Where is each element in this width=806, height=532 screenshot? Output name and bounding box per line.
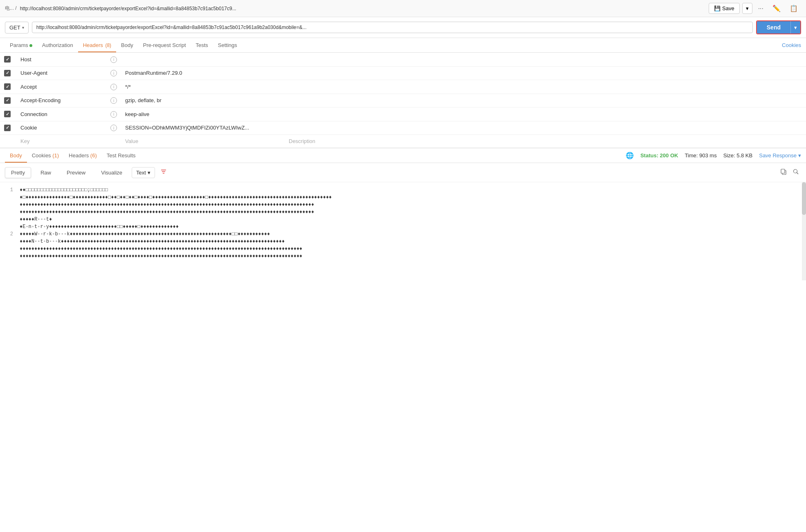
list-item: 2 ♦♦♦♦♦W◦◦r◦k◦b◦◦◦k♦♦♦♦♦♦♦♦♦♦♦♦♦♦♦♦♦♦♦♦♦… bbox=[5, 231, 801, 237]
format-tab-raw[interactable]: Raw bbox=[34, 167, 57, 178]
row-key: Accept bbox=[16, 80, 106, 94]
info-icon[interactable]: i bbox=[110, 111, 117, 118]
row-checkbox[interactable] bbox=[4, 125, 11, 131]
line-content: ♦♦♦♦♦♦♦♦♦♦♦♦♦♦♦♦♦♦♦♦♦♦♦♦♦♦♦♦♦♦♦♦♦♦♦♦♦♦♦♦… bbox=[20, 209, 801, 215]
text-format-dropdown[interactable]: Text ▾ bbox=[132, 167, 155, 178]
send-button-group: Send ▾ bbox=[756, 20, 801, 34]
format-tab-pretty[interactable]: Pretty bbox=[5, 167, 31, 178]
line-number bbox=[5, 194, 13, 200]
line-number: 2 bbox=[5, 231, 13, 237]
row-key: User-Agent bbox=[16, 66, 106, 80]
format-tab-visualize[interactable]: Visualize bbox=[95, 167, 128, 178]
more-button[interactable]: ··· bbox=[755, 3, 767, 14]
row-info-cell: i bbox=[106, 107, 121, 121]
line-content: ♦♦♦♦♦♦♦♦♦♦♦♦♦♦♦♦♦♦♦♦♦♦♦♦♦♦♦♦♦♦♦♦♦♦♦♦♦♦♦♦… bbox=[20, 202, 801, 208]
table-row: Host i bbox=[0, 53, 806, 66]
row-desc bbox=[285, 66, 806, 80]
save-response-button[interactable]: Save Response ▾ bbox=[759, 152, 801, 159]
row-info-cell: i bbox=[106, 80, 121, 94]
size-badge: Size: 5.8 KB bbox=[723, 152, 753, 159]
row-value: SESSION=ODhkMWM3YjQtMDFIZi00YTAzLWIwZ... bbox=[121, 121, 285, 135]
info-icon[interactable]: i bbox=[110, 97, 117, 104]
format-dropdown-chevron-icon: ▾ bbox=[148, 170, 150, 176]
tab-tests[interactable]: Tests bbox=[191, 38, 213, 52]
row-value bbox=[121, 53, 285, 66]
row-value: gzip, deflate, br bbox=[121, 94, 285, 107]
scrollbar-thumb[interactable] bbox=[802, 182, 806, 215]
response-status-bar: 🌐 Status: 200 OK Time: 903 ms Size: 5.8 … bbox=[626, 152, 801, 159]
address-bar: 电... / http://localhost:8080/admin/crm/t… bbox=[0, 0, 806, 17]
line-content: ♦♦♦♦♦W◦◦r◦k◦b◦◦◦k♦♦♦♦♦♦♦♦♦♦♦♦♦♦♦♦♦♦♦♦♦♦♦… bbox=[20, 231, 801, 237]
body-format-bar: Pretty Raw Preview Visualize Text ▾ bbox=[0, 163, 806, 182]
line-number bbox=[5, 253, 13, 259]
search-icon-button[interactable] bbox=[790, 166, 801, 179]
save-response-chevron-icon: ▾ bbox=[798, 152, 801, 159]
line-number bbox=[5, 209, 13, 215]
tab-params[interactable]: Params bbox=[5, 38, 37, 52]
row-desc bbox=[285, 53, 806, 66]
line-content: ♦♦♦♦N◦◦t◦b◦◦◦k♦♦♦♦♦♦♦♦♦♦♦♦♦♦♦♦♦♦♦♦♦♦♦♦♦♦… bbox=[20, 239, 801, 244]
line-content: ♦□♦♦♦♦♦♦♦♦♦♦♦♦♦♦♦□♦♦♦♦♦♦♦♦♦♦♦♦□♦♦□♦♦□♦♦□… bbox=[20, 194, 801, 200]
response-code-area: 1 ♦♦□□□□□□□□□□□□□□□□□□□□□;□□□□□□ ♦□♦♦♦♦♦… bbox=[0, 182, 806, 280]
tab-authorization[interactable]: Authorization bbox=[37, 38, 78, 52]
save-button[interactable]: 💾 Save bbox=[709, 3, 740, 14]
list-item: ♦♦♦♦♦♦♦♦♦♦♦♦♦♦♦♦♦♦♦♦♦♦♦♦♦♦♦♦♦♦♦♦♦♦♦♦♦♦♦♦… bbox=[5, 246, 801, 252]
notes-icon-button[interactable]: 📋 bbox=[786, 2, 801, 14]
line-number: 1 bbox=[5, 187, 13, 193]
method-chevron-icon: ▾ bbox=[22, 25, 24, 30]
response-tab-body[interactable]: Body bbox=[5, 148, 27, 163]
edit-icon-button[interactable]: ✏️ bbox=[769, 2, 784, 14]
row-desc bbox=[285, 80, 806, 94]
save-dropdown-button[interactable]: ▾ bbox=[742, 3, 752, 14]
method-label: GET bbox=[9, 25, 20, 31]
row-key: Host bbox=[16, 53, 106, 66]
headers-table: Host i User-Agent i PostmanRuntime/7.29.… bbox=[0, 53, 806, 148]
info-icon[interactable]: i bbox=[110, 70, 117, 76]
desc-placeholder: Description bbox=[285, 135, 806, 148]
method-select[interactable]: GET ▾ bbox=[5, 22, 29, 34]
address-url: http://localhost:8080/admin/crm/ticketpa… bbox=[20, 6, 705, 11]
info-icon[interactable]: i bbox=[110, 125, 117, 131]
line-content: ♦♦□□□□□□□□□□□□□□□□□□□□□;□□□□□□ bbox=[20, 187, 801, 193]
info-icon[interactable]: i bbox=[110, 56, 117, 63]
line-number bbox=[5, 217, 13, 222]
cookies-link[interactable]: Cookies bbox=[782, 42, 801, 48]
save-icon: 💾 bbox=[714, 5, 721, 11]
line-number bbox=[5, 246, 13, 252]
list-item: 1 ♦♦□□□□□□□□□□□□□□□□□□□□□;□□□□□□ bbox=[5, 187, 801, 193]
copy-icon-button[interactable] bbox=[778, 166, 789, 179]
line-content: ♦E◦n◦t◦r◦y♦♦♦♦♦♦♦♦♦♦♦♦♦♦♦♦♦♦♦♦♦♦♦□□♦♦♦♦♦… bbox=[20, 224, 801, 230]
row-checkbox[interactable] bbox=[4, 97, 11, 104]
row-checkbox-cell bbox=[0, 94, 16, 107]
scrollbar[interactable] bbox=[802, 182, 806, 280]
filter-icon-button[interactable] bbox=[158, 166, 169, 179]
code-lines: 1 ♦♦□□□□□□□□□□□□□□□□□□□□□;□□□□□□ ♦□♦♦♦♦♦… bbox=[5, 187, 801, 259]
info-icon[interactable]: i bbox=[110, 84, 117, 90]
send-dropdown-button[interactable]: ▾ bbox=[790, 21, 800, 34]
row-checkbox[interactable] bbox=[4, 111, 11, 117]
row-checkbox[interactable] bbox=[4, 83, 11, 90]
list-item: ♦♦♦♦♦R◦◦◦t♦ bbox=[5, 217, 801, 222]
svg-line-6 bbox=[797, 173, 799, 174]
request-line: GET ▾ Send ▾ bbox=[0, 17, 806, 38]
response-tab-test-results[interactable]: Test Results bbox=[102, 148, 141, 163]
response-tab-headers[interactable]: Headers (6) bbox=[64, 148, 102, 163]
response-tab-cookies[interactable]: Cookies (1) bbox=[27, 148, 64, 163]
line-number bbox=[5, 239, 13, 244]
format-tab-preview[interactable]: Preview bbox=[61, 167, 92, 178]
row-checkbox[interactable] bbox=[4, 70, 11, 76]
url-input[interactable] bbox=[32, 22, 753, 33]
row-checkbox[interactable] bbox=[4, 56, 11, 63]
list-item: ♦□♦♦♦♦♦♦♦♦♦♦♦♦♦♦♦□♦♦♦♦♦♦♦♦♦♦♦♦□♦♦□♦♦□♦♦□… bbox=[5, 194, 801, 200]
row-checkbox-cell bbox=[0, 66, 16, 80]
key-placeholder: Key bbox=[16, 135, 106, 148]
send-button[interactable]: Send bbox=[757, 21, 790, 34]
svg-rect-4 bbox=[781, 169, 785, 173]
tab-pre-request-script[interactable]: Pre-request Script bbox=[138, 38, 191, 52]
tab-headers[interactable]: Headers (8) bbox=[78, 38, 116, 52]
row-value: */* bbox=[121, 80, 285, 94]
line-number bbox=[5, 224, 13, 230]
tab-settings[interactable]: Settings bbox=[213, 38, 242, 52]
row-info-cell: i bbox=[106, 53, 121, 66]
tab-body[interactable]: Body bbox=[116, 38, 138, 52]
